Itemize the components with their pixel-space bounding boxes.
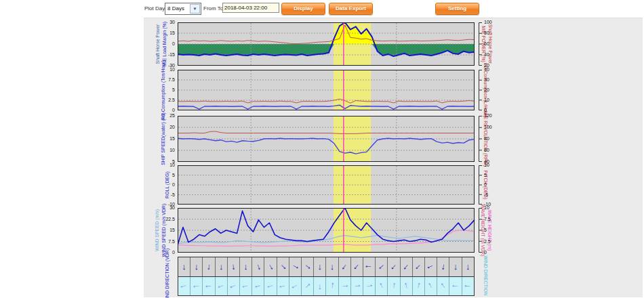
axis-tick-label: -15 bbox=[153, 52, 175, 58]
wind-direction-cell: ↓ bbox=[314, 257, 326, 276]
wind-direction-cell: ↓ bbox=[228, 257, 240, 276]
axis-tick-label: 2.5 bbox=[484, 239, 502, 244]
wind-direction-cell: ↓ bbox=[413, 257, 425, 276]
data-export-button[interactable]: Data Export bbox=[329, 3, 373, 15]
wind-direction-cell: ↓ bbox=[437, 257, 449, 276]
wind-arrow-icon: ↓ bbox=[454, 262, 458, 271]
wind-direction-cell: ↓ bbox=[437, 277, 449, 296]
wind-arrow-icon: ↓ bbox=[278, 283, 287, 289]
axis-tick-label: 80 bbox=[484, 30, 502, 36]
wind-arrow-icon: ↓ bbox=[378, 281, 385, 291]
wind-arrow-icon: ↓ bbox=[318, 262, 323, 271]
wind-direction-chart: ↓↓↓↓↓↓↓↓↓↓↓↓↓↓↓↓↓↓↓↓↓↓↓↓↓↓↓↓↓↓↓↓↓↓↓↓↓↓↓↓… bbox=[178, 257, 475, 296]
wind-direction-cell: ↓ bbox=[314, 277, 326, 296]
axis-tick-label: 10 bbox=[484, 205, 502, 211]
wind-arrow-icon: ↓ bbox=[352, 283, 361, 289]
wind-arrow-icon: ↓ bbox=[204, 283, 214, 289]
axis-label-wind-direction-vdr: WIND DIRECTION (VDR) bbox=[165, 249, 169, 298]
axis-tick-label: 10 bbox=[484, 98, 502, 103]
wind-arrow-icon: ↓ bbox=[290, 263, 300, 271]
speed-revolution-chart bbox=[178, 116, 484, 162]
axis-tick-label: 120 bbox=[484, 113, 502, 119]
wind-arrow-icon: ↓ bbox=[403, 281, 409, 291]
wind-direction-cell: ↓ bbox=[240, 277, 252, 296]
wind-direction-cell: ↓ bbox=[462, 277, 474, 296]
power-chart bbox=[178, 22, 484, 66]
axis-tick-label: 40 bbox=[484, 52, 502, 58]
wind-arrow-icon: ↓ bbox=[241, 283, 251, 289]
axis-tick-label: 10 bbox=[153, 163, 175, 168]
wind-direction-cell: ↓ bbox=[363, 257, 376, 276]
wind-arrow-icon: ↓ bbox=[255, 262, 262, 272]
wind-direction-cell: ↓ bbox=[240, 257, 252, 276]
wind-direction-cell: ↓ bbox=[339, 277, 351, 296]
wind-arrow-icon: ↓ bbox=[466, 262, 470, 271]
wind-direction-cell: ↓ bbox=[302, 277, 314, 296]
wind-wave-chart bbox=[178, 208, 484, 253]
axis-tick-label: 0 bbox=[153, 250, 175, 255]
axis-tick-label: 2.5 bbox=[153, 98, 175, 103]
wind-direction-cell: ↓ bbox=[449, 257, 462, 276]
axis-tick-label: 0 bbox=[153, 182, 175, 188]
axis-tick-label: 5 bbox=[484, 173, 502, 178]
wind-direction-cell: ↓ bbox=[326, 277, 338, 296]
axis-tick-label: 30 bbox=[484, 77, 502, 83]
wind-arrow-icon: ↓ bbox=[416, 281, 422, 291]
axis-tick-label: 7.5 bbox=[484, 217, 502, 222]
wind-arrow-icon: ↓ bbox=[254, 282, 263, 289]
dropdown-arrow-icon[interactable]: ▼ bbox=[190, 4, 200, 14]
wind-arrow-icon: ↓ bbox=[426, 263, 436, 271]
plot-days-select[interactable]: 8 Days ▼ bbox=[165, 3, 201, 15]
axis-tick-label: 0 bbox=[484, 108, 502, 113]
wind-direction-cell: ↓ bbox=[190, 277, 203, 296]
axis-tick-label: 22.5 bbox=[153, 217, 175, 222]
axis-tick-label: -5 bbox=[484, 192, 502, 198]
wind-direction-cell: ↓ bbox=[351, 277, 363, 296]
axis-tick-label: 10 bbox=[484, 163, 502, 168]
roll-pitch-chart bbox=[178, 165, 484, 205]
plot-days-value: 8 Days bbox=[167, 5, 184, 12]
wind-arrow-icon: ↓ bbox=[243, 262, 248, 271]
from-to-label: From To bbox=[203, 5, 223, 12]
wind-arrow-icon: ↓ bbox=[329, 281, 335, 291]
wind-arrow-icon: ↓ bbox=[402, 262, 411, 272]
wind-arrow-icon: ↓ bbox=[427, 281, 435, 291]
wind-direction-cell: ↓ bbox=[264, 277, 277, 296]
axis-tick-label: -5 bbox=[153, 192, 175, 198]
wind-direction-cell: ↓ bbox=[277, 257, 289, 276]
axis-tick-label: 7.5 bbox=[153, 239, 175, 244]
wind-arrow-icon: ↓ bbox=[216, 282, 226, 290]
wind-direction-cell: ↓ bbox=[228, 277, 240, 296]
setting-button[interactable]: Setting bbox=[435, 3, 479, 15]
wind-direction-cell: ↓ bbox=[401, 277, 413, 296]
wind-direction-cell: ↓ bbox=[339, 257, 351, 276]
wind-direction-cell: ↓ bbox=[363, 277, 376, 296]
wind-direction-cell: ↓ bbox=[326, 257, 338, 276]
wind-direction-cell: ↓ bbox=[289, 257, 302, 276]
axis-tick-label: 15 bbox=[153, 228, 175, 233]
axis-tick-label: 60 bbox=[484, 41, 502, 47]
wind-direction-cell: ↓ bbox=[252, 257, 264, 276]
wind-arrow-icon: ↓ bbox=[389, 262, 399, 272]
wind-direction-cell: ↓ bbox=[413, 277, 425, 296]
wind-arrow-icon: ↓ bbox=[266, 282, 275, 289]
wind-arrow-icon: ↓ bbox=[206, 262, 212, 272]
axis-tick-label: 100 bbox=[484, 20, 502, 25]
wind-arrow-icon: ↓ bbox=[303, 262, 313, 271]
axis-tick-label: 20 bbox=[153, 125, 175, 130]
wind-direction-cell: ↓ bbox=[388, 257, 400, 276]
axis-tick-label: 25 bbox=[153, 113, 175, 119]
axis-label-wind-direction: WIND DIRECTION bbox=[483, 255, 488, 295]
axis-tick-label: 0 bbox=[484, 182, 502, 188]
wind-arrow-icon: ↓ bbox=[463, 283, 472, 289]
wind-direction-cell: ↓ bbox=[425, 277, 437, 296]
display-button[interactable]: Display bbox=[281, 3, 325, 15]
wind-arrow-icon: ↓ bbox=[318, 282, 323, 291]
wind-direction-cell: ↓ bbox=[277, 277, 289, 296]
wind-arrow-icon: ↓ bbox=[365, 265, 374, 270]
wind-arrow-icon: ↓ bbox=[391, 281, 397, 291]
axis-tick-label: 30 bbox=[153, 20, 175, 25]
date-input[interactable] bbox=[222, 3, 279, 13]
wind-direction-cell: ↓ bbox=[216, 277, 228, 296]
wind-direction-cell: ↓ bbox=[178, 257, 190, 276]
